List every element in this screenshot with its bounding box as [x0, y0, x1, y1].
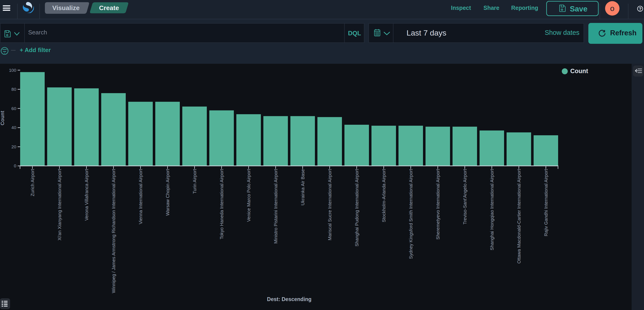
svg-text:Warsaw Chopin Airport: Warsaw Chopin Airport: [165, 169, 170, 216]
svg-text:Ministro Pistarini Internation: Ministro Pistarini International Airport: [273, 169, 278, 244]
svg-text:Shanghai Pudong International: Shanghai Pudong International Airport: [354, 169, 359, 246]
svg-text:Count: Count: [570, 68, 588, 75]
svg-text:80: 80: [12, 87, 16, 92]
svg-text:Treviso-Sant'Angelo Airport: Treviso-Sant'Angelo Airport: [462, 169, 468, 225]
svg-text:Ukrainka Air Base: Ukrainka Air Base: [300, 169, 305, 205]
svg-text:40: 40: [12, 125, 16, 130]
svg-text:20: 20: [12, 144, 16, 149]
svg-text:Winnipeg / James Armstrong Ric: Winnipeg / James Armstrong Richardson In…: [111, 169, 116, 293]
svg-text:100: 100: [9, 68, 16, 73]
svg-text:Stockholm-Arlanda Airport: Stockholm-Arlanda Airport: [381, 169, 386, 222]
svg-text:Rajiv Gandhi International Air: Rajiv Gandhi International Airport: [544, 169, 548, 236]
svg-text:Visualize: Visualize: [52, 4, 80, 12]
svg-text:Vienna International Airport: Vienna International Airport: [138, 169, 143, 224]
svg-text:Turin Airport: Turin Airport: [192, 169, 197, 194]
svg-text:Ottawa Macdonald-Cartier Inter: Ottawa Macdonald-Cartier International A…: [516, 169, 522, 264]
svg-text:Zurich Airport: Zurich Airport: [30, 169, 35, 196]
svg-text:Create: Create: [99, 4, 119, 12]
svg-text:Mariscal Sucre International A: Mariscal Sucre International Airport: [327, 169, 332, 240]
svg-text:Sydney Kingsford Smith Interna: Sydney Kingsford Smith International Air…: [408, 169, 414, 259]
svg-text:Verona Villafranca Airport: Verona Villafranca Airport: [84, 169, 89, 221]
svg-text:0: 0: [14, 163, 16, 168]
svg-text:Xi'an Xianyang International A: Xi'an Xianyang International Airport: [57, 169, 62, 240]
svg-text:Count: Count: [0, 111, 5, 125]
svg-text:Tokyo Haneda International Air: Tokyo Haneda International Airport: [219, 169, 224, 239]
svg-text:Sheremetyevo International Air: Sheremetyevo International Airport: [435, 169, 440, 240]
svg-text:60: 60: [12, 106, 16, 111]
svg-text:?: ?: [639, 7, 642, 12]
svg-text:Shanghai Hongqiao Internationa: Shanghai Hongqiao International Airport: [490, 169, 494, 250]
svg-text:Dest: Descending: Dest: Descending: [267, 296, 312, 302]
svg-text:Venice Marco Polo Airport: Venice Marco Polo Airport: [246, 169, 251, 222]
